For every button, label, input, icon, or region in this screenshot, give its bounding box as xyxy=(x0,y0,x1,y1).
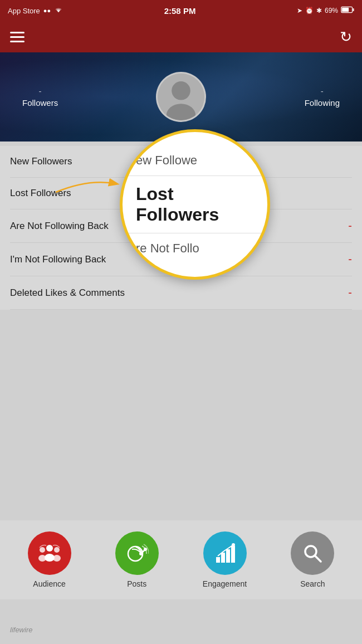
nav-item-audience[interactable]: Audience xyxy=(28,531,71,588)
nav-item-search[interactable]: Search xyxy=(291,531,334,588)
menu-button[interactable] xyxy=(10,32,25,42)
zoom-row-bottom: re Not Follo xyxy=(123,233,267,264)
svg-point-10 xyxy=(54,547,60,553)
menu-item-label-not-following-back: Are Not Following Back xyxy=(10,221,109,232)
svg-rect-2 xyxy=(353,8,354,11)
menu-item-badge-not-following-back: - xyxy=(348,219,352,232)
menu-item-badge-im-not-following-back: - xyxy=(348,253,352,266)
svg-point-6 xyxy=(46,545,53,552)
nav-label-posts: Posts xyxy=(127,579,146,588)
menu-item-label-new-followers: New Followers xyxy=(10,156,72,167)
zoom-circle-overlay: ew Followe Lost Followers re Not Follo xyxy=(120,129,270,280)
location-icon: ➤ xyxy=(297,7,302,14)
refresh-button[interactable]: ↺ xyxy=(340,28,352,46)
menu-item-label-deleted-likes: Deleted Likes & Comments xyxy=(10,287,125,299)
nav-item-posts[interactable]: Posts xyxy=(115,531,159,588)
carrier-label: App Store xyxy=(8,7,40,15)
svg-rect-19 xyxy=(231,546,235,563)
hamburger-line-3 xyxy=(10,41,25,42)
status-bar: App Store ●● 2:58 PM ➤ ⏰ ✱ 69% xyxy=(0,0,362,21)
svg-point-20 xyxy=(232,543,235,547)
status-bar-right: ➤ ⏰ ✱ 69% xyxy=(297,6,354,15)
following-label: Following xyxy=(305,98,340,108)
menu-item-deleted-likes[interactable]: Deleted Likes & Comments - xyxy=(10,276,352,310)
zoom-content: ew Followe Lost Followers re Not Follo xyxy=(123,132,267,277)
following-count: - xyxy=(305,86,340,96)
bluetooth-icon: ✱ xyxy=(316,7,322,14)
profile-banner: - Followers - Following xyxy=(0,52,362,142)
svg-line-22 xyxy=(315,555,321,562)
menu-item-label-lost-followers: Lost Followers xyxy=(10,188,71,199)
battery-label: 69% xyxy=(325,7,338,14)
hamburger-line-2 xyxy=(10,36,25,38)
alarm-icon: ⏰ xyxy=(305,7,314,14)
status-bar-left: App Store ●● xyxy=(8,7,63,15)
svg-point-8 xyxy=(40,547,45,553)
following-stat: - Following xyxy=(305,86,340,108)
svg-point-11 xyxy=(53,555,61,562)
nav-label-engagement: Engagement xyxy=(203,579,247,588)
menu-item-label-im-not-following-back: I'm Not Following Back xyxy=(10,254,106,265)
engagement-icon-circle xyxy=(203,531,247,575)
zoom-row-top: ew Followe xyxy=(123,145,267,176)
audience-icon-circle xyxy=(28,531,71,575)
nav-bar: ↺ xyxy=(0,21,362,52)
wifi-icon xyxy=(54,7,63,15)
status-time: 2:58 PM xyxy=(164,6,196,16)
svg-point-9 xyxy=(38,555,46,562)
hamburger-line-1 xyxy=(10,32,25,33)
followers-label: Followers xyxy=(22,98,58,108)
nav-label-audience: Audience xyxy=(33,579,65,588)
battery-icon xyxy=(341,6,354,15)
signal-icon: ●● xyxy=(43,7,51,14)
svg-point-4 xyxy=(172,81,191,100)
svg-rect-18 xyxy=(226,549,230,563)
bottom-nav: Audience Posts xyxy=(0,520,362,599)
svg-rect-16 xyxy=(216,557,220,563)
posts-icon-circle xyxy=(115,531,159,575)
nav-item-engagement[interactable]: Engagement xyxy=(203,531,247,588)
profile-section: - Followers - Following xyxy=(0,72,362,122)
svg-rect-1 xyxy=(342,8,349,12)
nav-label-search: Search xyxy=(300,579,325,588)
search-icon-circle xyxy=(291,531,334,575)
zoom-row-highlighted: Lost Followers xyxy=(123,176,267,233)
menu-item-badge-deleted-likes: - xyxy=(348,286,352,299)
watermark: lifewire xyxy=(10,626,32,634)
avatar xyxy=(156,72,206,122)
followers-count: - xyxy=(22,86,58,96)
svg-rect-17 xyxy=(221,553,225,563)
followers-stat: - Followers xyxy=(22,86,58,108)
